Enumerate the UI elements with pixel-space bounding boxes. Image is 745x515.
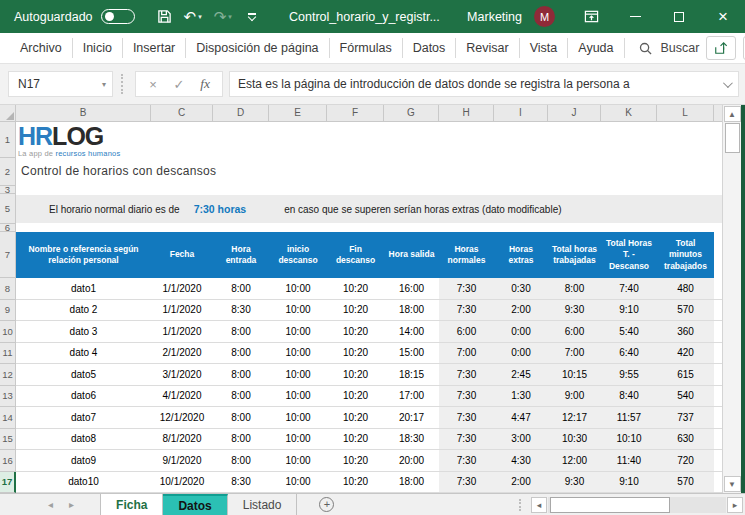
cell-r17-c9[interactable]: 9:30 xyxy=(548,472,601,493)
cell-r13-c3[interactable]: 8:00 xyxy=(213,386,269,407)
cell-r12-c8[interactable]: 2:45 xyxy=(494,364,548,385)
column-header-j[interactable]: J xyxy=(548,105,601,121)
cell-r17-c11[interactable]: 570 xyxy=(657,472,714,493)
select-all-corner[interactable] xyxy=(0,105,16,121)
cell-r15-c7[interactable]: 7:30 xyxy=(439,429,494,450)
ribbon-tab-archivo[interactable]: Archivo xyxy=(10,38,73,58)
ribbon-display-options-button[interactable] xyxy=(569,0,613,33)
table-header-total-horas-t[interactable]: Total Horas T. - Descanso xyxy=(601,232,657,278)
cell-r17-c7[interactable]: 7:30 xyxy=(439,472,494,493)
cell-r17-c8[interactable]: 2:00 xyxy=(494,472,548,493)
scroll-up-icon[interactable]: ▲ xyxy=(724,106,741,122)
cell-r10-c4[interactable]: 10:00 xyxy=(269,321,327,342)
cell-r14-c10[interactable]: 11:57 xyxy=(601,407,657,428)
cell-r16-c7[interactable]: 7:30 xyxy=(439,450,494,471)
table-header-horas-extras[interactable]: Horas extras xyxy=(494,232,548,278)
cell-r16-c11[interactable]: 720 xyxy=(657,450,714,471)
cell-r12-c9[interactable]: 10:15 xyxy=(548,364,601,385)
column-header-d[interactable]: D xyxy=(213,105,269,121)
cell-r14-c4[interactable]: 10:00 xyxy=(269,407,327,428)
cell-r9-c6[interactable]: 18:00 xyxy=(384,300,439,321)
tabbar-resize-handle[interactable] xyxy=(519,499,523,511)
row-header-5[interactable]: 5 xyxy=(0,194,16,224)
horizontal-scroll-track[interactable] xyxy=(548,497,726,513)
name-box[interactable]: N17 ▾ xyxy=(8,71,113,97)
cell-r10-c8[interactable]: 0:00 xyxy=(494,321,548,342)
row-header-8[interactable]: 8 xyxy=(0,278,16,300)
name-box-dropdown-icon[interactable]: ▾ xyxy=(102,80,106,89)
cell-r13-c7[interactable]: 7:30 xyxy=(439,386,494,407)
table-header-inicio-descanso[interactable]: inicio descanso xyxy=(269,232,327,278)
cell-r15-c8[interactable]: 3:00 xyxy=(494,429,548,450)
row-header-12[interactable]: 12 xyxy=(0,364,16,386)
cell-r10-c7[interactable]: 6:00 xyxy=(439,321,494,342)
cell-r10-c9[interactable]: 6:00 xyxy=(548,321,601,342)
redo-button[interactable]: ↷▾ xyxy=(208,0,238,33)
cell-r14-c11[interactable]: 737 xyxy=(657,407,714,428)
cell-r13-c9[interactable]: 9:00 xyxy=(548,386,601,407)
cell-r15-c2[interactable]: 8/1/2020 xyxy=(151,429,213,450)
column-header-f[interactable]: F xyxy=(327,105,384,121)
minimize-button[interactable] xyxy=(613,0,657,33)
cell-r12-c6[interactable]: 18:15 xyxy=(384,364,439,385)
cell-r11-c7[interactable]: 7:00 xyxy=(439,343,494,364)
cell-r9-c4[interactable]: 10:00 xyxy=(269,300,327,321)
cell-r8-c8[interactable]: 0:30 xyxy=(494,278,548,299)
cell-r8-c5[interactable]: 10:20 xyxy=(327,278,384,299)
sheet-tab-datos[interactable]: Datos xyxy=(163,494,227,515)
cell-r12-c3[interactable]: 8:00 xyxy=(213,364,269,385)
cell-r8-c4[interactable]: 10:00 xyxy=(269,278,327,299)
cell-r14-c8[interactable]: 4:47 xyxy=(494,407,548,428)
cell-r14-c1[interactable]: dato7 xyxy=(16,407,151,428)
cell-r11-c5[interactable]: 10:20 xyxy=(327,343,384,364)
enter-entry-button[interactable]: ✓ xyxy=(166,77,192,92)
cell-r8-c10[interactable]: 7:40 xyxy=(601,278,657,299)
cell-r11-c10[interactable]: 6:40 xyxy=(601,343,657,364)
ribbon-tab-datos[interactable]: Datos xyxy=(403,38,457,58)
horizontal-scroll-thumb[interactable] xyxy=(550,497,670,513)
prev-sheet-icon[interactable]: ◂ xyxy=(48,499,53,510)
undo-button[interactable]: ↶▾ xyxy=(178,0,208,33)
cell-r17-c4[interactable]: 10:00 xyxy=(269,472,327,493)
table-header-fecha[interactable]: Fecha xyxy=(151,232,213,278)
cell-r14-c3[interactable]: 8:00 xyxy=(213,407,269,428)
new-sheet-button[interactable]: + xyxy=(319,497,334,512)
cell-r12-c2[interactable]: 3/1/2020 xyxy=(151,364,213,385)
cell-r9-c11[interactable]: 570 xyxy=(657,300,714,321)
cell-r15-c3[interactable]: 8:00 xyxy=(213,429,269,450)
table-header-horas-normales[interactable]: Horas normales xyxy=(439,232,494,278)
avatar[interactable]: M xyxy=(534,6,555,27)
cell-r12-c1[interactable]: dato5 xyxy=(16,364,151,385)
column-header-c[interactable]: C xyxy=(151,105,213,121)
ribbon-tab-revisar[interactable]: Revisar xyxy=(456,38,519,58)
cell-r15-c5[interactable]: 10:20 xyxy=(327,429,384,450)
sheet-tab-ficha[interactable]: Ficha xyxy=(100,494,163,515)
cell-r12-c11[interactable]: 615 xyxy=(657,364,714,385)
cell-r16-c5[interactable]: 10:20 xyxy=(327,450,384,471)
table-header-total-minutos-trabajados[interactable]: Total minutos trabajados xyxy=(657,232,714,278)
row-header-17[interactable]: 17 xyxy=(0,472,16,494)
cell-r9-c8[interactable]: 2:00 xyxy=(494,300,548,321)
cell-r8-c11[interactable]: 480 xyxy=(657,278,714,299)
column-header-e[interactable]: E xyxy=(269,105,327,121)
row-header-10[interactable]: 10 xyxy=(0,321,16,343)
cell-r10-c11[interactable]: 360 xyxy=(657,321,714,342)
row-header-16[interactable]: 16 xyxy=(0,450,16,472)
cell-r11-c11[interactable]: 420 xyxy=(657,343,714,364)
cell-r13-c10[interactable]: 8:40 xyxy=(601,386,657,407)
cell-r11-c2[interactable]: 2/1/2020 xyxy=(151,343,213,364)
table-header-hora-entrada[interactable]: Hora entrada xyxy=(213,232,269,278)
column-header-k[interactable]: K xyxy=(601,105,657,121)
search-box[interactable]: Buscar xyxy=(639,41,700,55)
cell-r8-c3[interactable]: 8:00 xyxy=(213,278,269,299)
sheet-tab-listado[interactable]: Listado xyxy=(228,494,298,515)
cell-r10-c2[interactable]: 1/1/2020 xyxy=(151,321,213,342)
cell-r9-c7[interactable]: 7:30 xyxy=(439,300,494,321)
cell-r11-c6[interactable]: 15:00 xyxy=(384,343,439,364)
next-sheet-icon[interactable]: ▸ xyxy=(69,499,74,510)
cell-r8-c1[interactable]: dato1 xyxy=(16,278,151,299)
cell-r10-c3[interactable]: 8:00 xyxy=(213,321,269,342)
horizontal-scrollbar[interactable]: ◂ ▸ xyxy=(531,494,745,515)
row-header-9[interactable]: 9 xyxy=(0,300,16,322)
autosave-toggle[interactable] xyxy=(101,9,135,24)
